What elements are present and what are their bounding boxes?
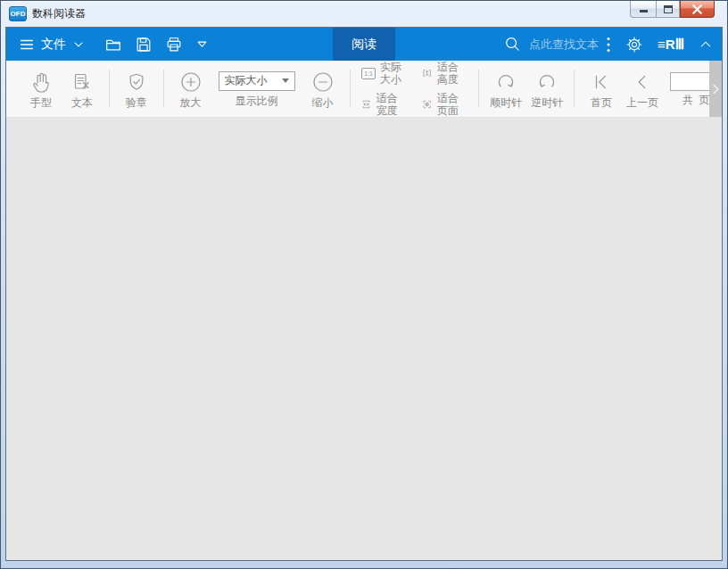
toolbar: 手型 文本 xyxy=(6,61,722,118)
verify-seal-label: 验章 xyxy=(126,96,147,109)
shield-check-icon xyxy=(126,70,147,95)
chevron-right-icon xyxy=(712,83,720,95)
actual-size-button[interactable]: 1:1 实际大小 xyxy=(361,61,406,86)
search-placeholder: 点此查找文本 xyxy=(529,37,599,53)
first-page-label: 首页 xyxy=(591,96,612,109)
close-button[interactable] xyxy=(680,1,715,18)
first-page-button[interactable]: 首页 xyxy=(581,61,622,117)
zoom-in-label: 放大 xyxy=(180,96,202,109)
maximize-icon xyxy=(664,5,673,13)
fit-height-button[interactable]: 适合高度 xyxy=(422,61,467,86)
previous-page-button[interactable]: 上一页 xyxy=(622,61,663,117)
vertical-dots-icon xyxy=(606,36,611,54)
fit-width-icon xyxy=(361,97,371,111)
fit-width-label: 适合宽度 xyxy=(376,92,407,117)
hamburger-icon xyxy=(19,37,35,53)
app-icon-label: OFD xyxy=(11,10,26,18)
more-actions-button[interactable] xyxy=(195,37,209,51)
zoom-ratio-group: 实际大小 显示比例 xyxy=(219,61,295,117)
previous-page-icon xyxy=(633,70,652,95)
hand-tool-button[interactable]: 手型 xyxy=(21,61,62,117)
zoom-out-button[interactable]: 缩小 xyxy=(302,61,343,117)
zoom-in-button[interactable]: 放大 xyxy=(170,61,211,117)
plus-circle-icon xyxy=(179,70,203,95)
toolbar-overflow-button[interactable] xyxy=(709,61,722,117)
collapse-toolbar-button[interactable] xyxy=(699,37,713,52)
zoom-ratio-select[interactable]: 实际大小 xyxy=(219,71,295,91)
rotate-counterclockwise-icon xyxy=(535,70,558,95)
minus-circle-icon xyxy=(311,70,335,95)
window-title: 数科阅读器 xyxy=(32,6,86,21)
search-icon xyxy=(504,36,521,53)
toolbar-separator xyxy=(109,70,110,107)
save-icon xyxy=(135,36,153,54)
zoom-ratio-value: 实际大小 xyxy=(225,73,268,88)
gear-icon xyxy=(625,36,643,54)
rotate-counterclockwise-button[interactable]: 逆时针 xyxy=(526,61,567,117)
actual-size-label: 实际大小 xyxy=(380,61,406,86)
text-tool-button[interactable]: 文本 xyxy=(62,61,103,117)
triangle-down-icon xyxy=(195,37,209,51)
app-icon: OFD xyxy=(9,6,27,21)
chevron-down-icon xyxy=(72,38,85,51)
fit-page-label: 适合页面 xyxy=(437,92,467,117)
text-select-icon xyxy=(71,70,93,95)
tab-read-label: 阅读 xyxy=(352,37,376,53)
text-tool-label: 文本 xyxy=(71,96,93,109)
fit-height-label: 适合高度 xyxy=(437,61,467,86)
hand-icon xyxy=(30,70,52,95)
zoom-ratio-label: 显示比例 xyxy=(236,95,278,107)
one-to-one-icon: 1:1 xyxy=(361,68,376,79)
rotate-clockwise-button[interactable]: 顺时针 xyxy=(485,61,526,117)
file-menu-button[interactable]: 文件 xyxy=(6,28,94,61)
zoom-out-label: 缩小 xyxy=(312,96,334,109)
combo-caret-icon xyxy=(282,78,289,83)
toolbar-separator xyxy=(350,70,351,107)
close-icon xyxy=(692,4,702,14)
minimize-button[interactable] xyxy=(630,1,656,18)
document-area[interactable] xyxy=(6,118,722,560)
file-menu-label: 文件 xyxy=(41,37,66,53)
save-button[interactable] xyxy=(135,36,153,54)
app-frame: 文件 xyxy=(5,27,723,561)
menu-bar-right: ≡RⅢ xyxy=(606,28,713,61)
search-input[interactable]: 点此查找文本 xyxy=(504,28,599,61)
rotate-clockwise-label: 顺时针 xyxy=(490,96,522,109)
first-page-icon xyxy=(592,70,611,95)
fit-options-group: 1:1 实际大小 适合高度 xyxy=(361,61,467,117)
app-window: OFD 数科阅读器 文件 xyxy=(0,0,728,569)
chevron-up-icon xyxy=(699,37,713,52)
maximize-button[interactable] xyxy=(656,1,680,18)
fit-page-button[interactable]: 适合页面 xyxy=(422,92,467,117)
verify-seal-button[interactable]: 验章 xyxy=(116,61,157,117)
tab-read[interactable]: 阅读 xyxy=(333,28,395,61)
window-controls xyxy=(630,1,715,18)
hand-tool-label: 手型 xyxy=(30,96,52,109)
toolbar-separator xyxy=(574,70,575,107)
open-file-button[interactable] xyxy=(104,36,122,54)
total-pages-label: 共 页 xyxy=(682,94,710,106)
rotate-clockwise-icon xyxy=(494,70,517,95)
fit-page-icon xyxy=(422,97,432,111)
quick-actions xyxy=(104,36,209,54)
print-button[interactable] xyxy=(165,36,183,54)
fit-height-icon xyxy=(422,66,432,80)
rotate-counterclockwise-label: 逆时针 xyxy=(531,96,563,109)
folder-icon xyxy=(104,36,122,54)
fit-width-button[interactable]: 适合宽度 xyxy=(361,92,406,117)
printer-icon xyxy=(165,36,183,54)
toolbar-separator xyxy=(478,70,479,107)
title-bar[interactable]: OFD 数科阅读器 xyxy=(1,1,727,27)
toolbar-separator xyxy=(163,70,164,107)
settings-button[interactable] xyxy=(625,36,643,54)
kebab-menu-button[interactable] xyxy=(606,36,611,54)
menu-bar: 文件 xyxy=(6,28,722,61)
minimize-icon xyxy=(640,10,648,12)
brand-logo: ≡RⅢ xyxy=(658,37,684,53)
previous-page-label: 上一页 xyxy=(626,96,658,109)
